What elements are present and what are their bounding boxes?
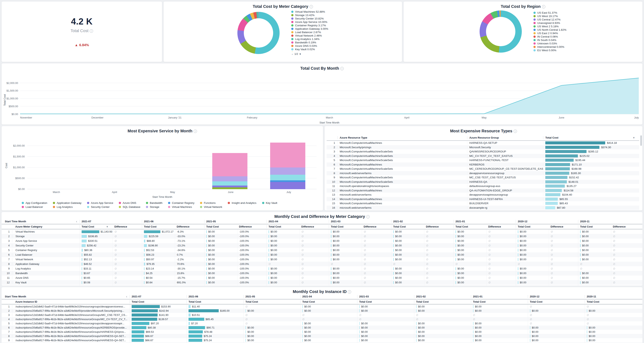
month-header[interactable]: 2021-06: [142, 220, 204, 223]
cost-value: $0.00: [395, 244, 402, 247]
row-dimension-header[interactable]: Azure Instance ID: [12, 300, 130, 303]
column-header[interactable]: Azure Resource Type: [338, 136, 467, 139]
month-header[interactable]: 2021-07: [80, 220, 142, 223]
difference-cell: ∅: [549, 257, 578, 262]
month-header[interactable]: 2020-12: [528, 295, 585, 298]
difference-header[interactable]: Difference: [424, 225, 454, 228]
previous-months-icon[interactable]: ‹: [126, 295, 127, 299]
null-value: ∅: [426, 258, 428, 261]
month-header[interactable]: 2020-11: [585, 295, 642, 298]
total-cost-cell: $0.00: [329, 248, 362, 252]
info-icon[interactable]: i: [90, 29, 93, 33]
total-cost-header[interactable]: Total Cost: [186, 300, 244, 303]
total-cost-header[interactable]: Total Cost: [244, 300, 300, 303]
month-header[interactable]: 2021-03: [357, 295, 414, 298]
difference-header[interactable]: Difference: [549, 225, 578, 228]
row-dimension-header[interactable]: Azure Meter Category: [12, 225, 80, 228]
month-header[interactable]: 2021-05: [244, 295, 300, 298]
month-header[interactable]: 2021-01: [471, 295, 528, 298]
legend-dot: [534, 42, 536, 44]
info-icon[interactable]: i: [310, 5, 313, 8]
difference-header[interactable]: Difference: [486, 225, 516, 228]
info-icon[interactable]: i: [348, 290, 351, 294]
difference-header[interactable]: Difference: [300, 225, 329, 228]
total-cost-cell: $0.00: [357, 309, 414, 313]
total-cost-header[interactable]: Total Cost∨: [80, 225, 112, 228]
total-cost-header[interactable]: Total Cost: [357, 300, 414, 303]
null-value: ∅: [613, 253, 615, 256]
column-header[interactable]: Total Cost∨: [543, 136, 639, 139]
total-cost-cell: $0.00: [204, 262, 237, 266]
month-header[interactable]: 2021-06: [186, 295, 244, 298]
pager-down-icon[interactable]: ▼: [299, 53, 301, 55]
month-header[interactable]: 2021-02: [414, 295, 471, 298]
total-cost-cell: $55.82: [80, 252, 112, 257]
month-header[interactable]: 2021-07: [130, 295, 186, 298]
null-value: ∅: [393, 263, 395, 266]
difference-header[interactable]: Difference: [237, 225, 266, 228]
previous-months-icon[interactable]: ‹: [76, 220, 77, 224]
info-icon[interactable]: i: [194, 129, 197, 133]
month-header[interactable]: 2021-05: [204, 220, 266, 223]
month-header[interactable]: 2021-04: [266, 220, 329, 223]
month-header[interactable]: 2021-04: [300, 295, 357, 298]
total-cost-header[interactable]: Total Cost: [516, 225, 549, 228]
difference-header[interactable]: Difference: [611, 225, 640, 228]
total-cost-header[interactable]: Total Cost: [300, 300, 357, 303]
table-body: 1Virtual Machines$1,143.93∅$1,072.17-6.3…: [2, 229, 642, 286]
data-bar: [206, 244, 207, 247]
info-icon[interactable]: i: [542, 5, 545, 8]
total-cost-header[interactable]: Total Cost: [528, 300, 585, 303]
total-cost-cell: $0.00: [471, 305, 528, 309]
cost-value: $46.52: [84, 263, 92, 266]
sort-chevron-icon[interactable]: ∨: [106, 225, 108, 228]
info-icon[interactable]: i: [340, 67, 344, 70]
difference-header[interactable]: Difference: [112, 225, 142, 228]
null-value: ∅: [613, 239, 615, 242]
total-cost-header[interactable]: Total Cost: [578, 225, 611, 228]
difference-cell: ∅: [549, 266, 578, 271]
total-cost-header[interactable]: Total Cost: [142, 225, 175, 228]
data-bar: [545, 189, 562, 192]
difference-header[interactable]: Difference: [362, 225, 391, 228]
null-value: ∅: [488, 244, 491, 247]
data-bar: [359, 322, 360, 325]
total-cost-header[interactable]: Total Cost: [391, 225, 424, 228]
cost-value: $0.00: [520, 235, 526, 238]
total-cost-header[interactable]: Total Cost: [471, 300, 528, 303]
column-header[interactable]: Azure Resource Group: [467, 136, 543, 139]
info-icon[interactable]: i: [514, 129, 517, 133]
difference-header[interactable]: Difference: [175, 225, 204, 228]
data-bar: [473, 322, 474, 325]
data-bar: [132, 335, 144, 338]
month-header[interactable]: 2021-02: [391, 220, 454, 223]
total-cost-header[interactable]: Total Cost: [329, 225, 362, 228]
total-cost-cell: $330.51: [80, 239, 112, 243]
month-header[interactable]: 2021-03: [329, 220, 391, 223]
data-bar: [456, 249, 456, 252]
row-number: 2: [2, 235, 12, 238]
data-bar: [268, 258, 269, 261]
total-cost-cell: ∅: [329, 262, 362, 266]
kpi-delta: ▲6.84%: [74, 43, 89, 47]
total-cost-header[interactable]: Total Cost: [204, 225, 237, 228]
null-value: ∅: [364, 235, 366, 238]
row-number: 6: [2, 326, 12, 329]
total-cost-header[interactable]: Total Cost: [130, 300, 186, 303]
pager-up-icon[interactable]: ▲: [291, 53, 294, 55]
month-header[interactable]: 2020-12: [516, 220, 578, 223]
total-cost-header[interactable]: Total Cost: [266, 225, 300, 228]
cost-value: $0.00: [333, 258, 340, 261]
cost-value: $0.00: [458, 281, 464, 284]
sort-chevron-icon[interactable]: ∨: [633, 136, 635, 139]
total-cost-header[interactable]: Total Cost: [414, 300, 471, 303]
month-header[interactable]: 2020-11: [578, 220, 640, 223]
total-cost-header[interactable]: Total Cost: [454, 225, 486, 228]
table-row: 5/subscriptions/12d2db62-5aa9-471d-84bb-…: [2, 321, 642, 326]
info-icon[interactable]: i: [366, 215, 370, 219]
scrollbar[interactable]: [640, 135, 642, 146]
total-cost-header[interactable]: Total Cost: [585, 300, 642, 303]
total-cost-cell: $0.00: [454, 239, 486, 243]
month-header[interactable]: 2021-01: [454, 220, 516, 223]
cost-value: $0.00: [475, 305, 482, 308]
